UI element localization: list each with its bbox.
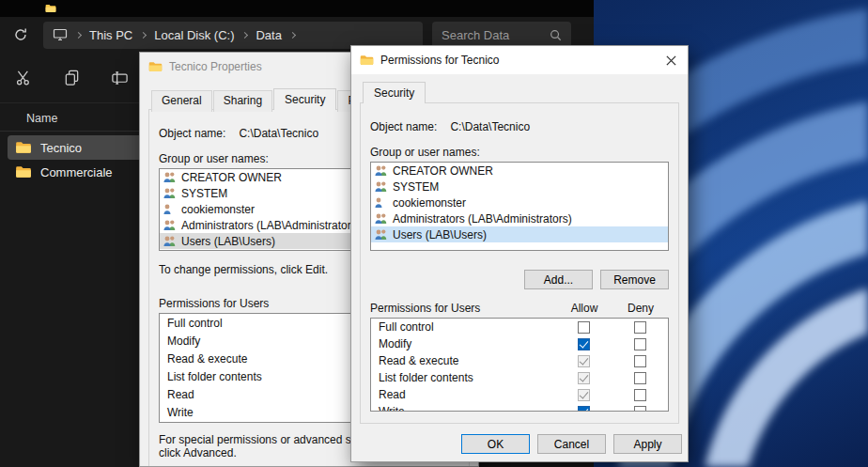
group-label: cookiemonster — [181, 203, 255, 216]
permission-row: Read & execute — [371, 352, 668, 369]
copy-button[interactable] — [61, 68, 82, 88]
group-icon — [163, 235, 177, 247]
permission-row: List folder contents — [371, 369, 668, 386]
user-icon — [163, 203, 177, 215]
chevron-right-icon — [241, 31, 248, 38]
search-icon — [550, 29, 562, 41]
permission-label: Read & execute — [371, 354, 555, 367]
allow-checkbox[interactable] — [578, 321, 590, 334]
tab[interactable]: General — [151, 90, 212, 112]
group-icon — [374, 180, 388, 193]
breadcrumb-this-pc[interactable]: This PC — [89, 28, 132, 42]
group-icon — [374, 164, 388, 177]
rename-button[interactable] — [109, 68, 130, 88]
cut-icon — [15, 69, 33, 86]
permission-row: Write — [371, 403, 668, 412]
group-row[interactable]: CREATOR OWNER — [371, 163, 668, 179]
permissions-dialog: Permissions for Tecnico Security Object … — [350, 45, 689, 462]
group-label: CREATOR OWNER — [393, 164, 493, 178]
deny-checkbox[interactable] — [634, 338, 646, 350]
group-icon — [163, 171, 177, 183]
group-list: CREATOR OWNER SYSTEM — [370, 162, 669, 251]
permissions-tabs: Security — [363, 82, 688, 103]
deny-checkbox[interactable] — [634, 389, 646, 401]
breadcrumb-data[interactable]: Data — [256, 28, 281, 42]
group-row[interactable]: Administrators (LAB\Administrators) — [371, 210, 668, 226]
group-icon — [163, 187, 177, 199]
allow-checkbox[interactable] — [578, 389, 590, 401]
chevron-right-icon — [289, 31, 296, 38]
object-name-value: C:\Data\Tecnico — [450, 120, 530, 133]
group-row[interactable]: SYSTEM — [371, 179, 668, 195]
allow-checkbox[interactable] — [578, 406, 590, 413]
group-row[interactable]: Users (LAB\Users) — [371, 226, 668, 242]
permission-label: Modify — [371, 337, 555, 350]
group-label: SYSTEM — [181, 187, 227, 200]
remove-button[interactable]: Remove — [600, 270, 669, 289]
permission-label: List folder contents — [371, 371, 555, 384]
deny-checkbox[interactable] — [634, 406, 646, 413]
permissions-grid: Full control Modify Read & execute List … — [370, 318, 669, 412]
deny-column-header: Deny — [612, 302, 669, 315]
folder-icon — [148, 61, 163, 72]
explorer-tab-bar — [0, 0, 594, 17]
permission-row: Modify — [371, 335, 668, 352]
file-label: Tecnico — [40, 141, 82, 155]
deny-checkbox[interactable] — [634, 372, 646, 384]
file-label: Commerciale — [40, 165, 113, 179]
copy-icon — [63, 69, 81, 86]
breadcrumb-local-disk[interactable]: Local Disk (C:) — [154, 28, 234, 42]
allow-checkbox[interactable] — [578, 372, 590, 384]
ok-button[interactable]: OK — [461, 434, 530, 454]
allow-checkbox[interactable] — [578, 355, 590, 367]
permission-label: Read — [371, 388, 555, 401]
group-icon — [374, 212, 388, 225]
permission-label: Write — [371, 405, 555, 412]
tab[interactable]: Sharing — [213, 90, 272, 112]
object-name-label: Object name: — [159, 127, 225, 140]
folder-tab-icon[interactable] — [45, 4, 56, 13]
add-button[interactable]: Add... — [524, 270, 593, 289]
security-tab-panel: Object name: C:\Data\Tecnico Group or us… — [360, 102, 679, 424]
permissions-for-users-label: Permissions for Users — [370, 302, 556, 315]
close-icon — [666, 55, 676, 66]
cancel-button[interactable]: Cancel — [537, 434, 606, 454]
refresh-icon — [13, 27, 28, 42]
tab-security[interactable]: Security — [363, 82, 426, 103]
folder-icon — [15, 141, 32, 154]
permission-row: Read — [371, 386, 668, 403]
this-pc-icon — [53, 28, 68, 41]
folder-icon — [360, 54, 374, 66]
group-label: CREATOR OWNER — [181, 171, 282, 184]
group-icon — [374, 228, 388, 241]
permission-row: Full control — [371, 319, 668, 335]
folder-icon — [15, 165, 32, 179]
user-icon — [374, 196, 388, 209]
allow-column-header: Allow — [556, 302, 612, 315]
deny-checkbox[interactable] — [634, 321, 646, 334]
deny-checkbox[interactable] — [634, 355, 646, 367]
refresh-button[interactable] — [8, 22, 34, 48]
group-label: cookiemonster — [393, 196, 466, 210]
object-name-label: Object name: — [370, 120, 437, 133]
dialog-title: Permissions for Tecnico — [380, 54, 647, 67]
group-names-label: Group or user names: — [370, 146, 669, 159]
cut-button[interactable] — [13, 68, 34, 88]
close-button[interactable] — [654, 46, 688, 74]
chevron-right-icon — [140, 31, 147, 38]
group-label: Administrators (LAB\Administrators) — [393, 212, 572, 226]
permission-label: Full control — [371, 320, 555, 334]
permissions-dialog-titlebar: Permissions for Tecnico — [351, 46, 688, 74]
apply-button[interactable]: Apply — [613, 434, 682, 454]
group-label: SYSTEM — [393, 180, 439, 194]
object-name-value: C:\Data\Tecnico — [239, 127, 318, 140]
chevron-right-icon — [75, 31, 82, 38]
group-row[interactable]: cookiemonster — [371, 195, 668, 210]
group-label: Users (LAB\Users) — [393, 228, 487, 241]
group-icon — [163, 219, 177, 231]
allow-checkbox[interactable] — [578, 338, 590, 350]
rename-icon — [111, 69, 129, 86]
search-placeholder: Search Data — [442, 28, 509, 42]
tab[interactable]: Security — [273, 88, 336, 110]
group-label: Administrators (LAB\Administrators) — [181, 219, 361, 232]
